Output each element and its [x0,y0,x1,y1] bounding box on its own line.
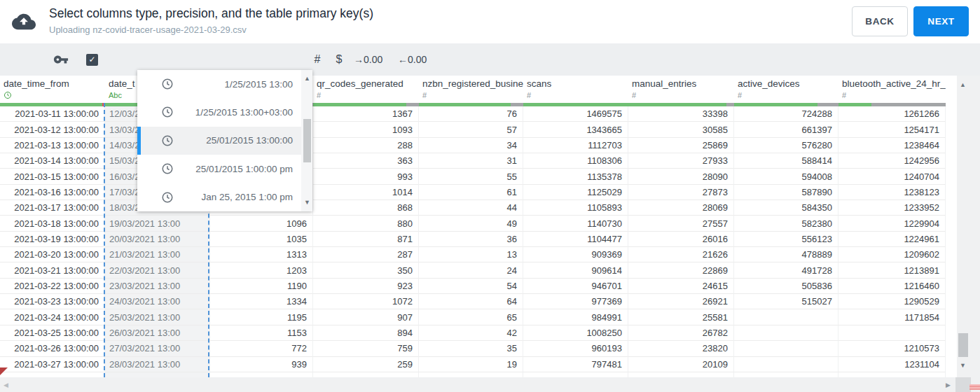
scroll-down-arrow[interactable]: ▼ [960,362,966,369]
dropdown-scroll-up-arrow[interactable]: ▲ [304,75,310,82]
clock-icon [161,134,174,147]
horizontal-scrollbar[interactable]: ◀ ▶ [0,377,980,392]
next-button[interactable]: NEXT [913,6,969,36]
column-name: active_devices [738,78,838,89]
table-cell: 515027 [734,294,838,309]
table-cell: 1195 [210,309,313,325]
dropdown-scroll-down-arrow[interactable]: ▼ [304,199,310,206]
table-cell [734,372,838,377]
table-cell: 1216460 [838,279,946,294]
table-cell: 661397 [734,122,838,137]
dropdown-scrollbar[interactable]: ▲ ▼ [301,70,312,211]
decrease-decimal-button[interactable]: ←0.00 [398,43,427,76]
table-cell: 23820 [628,341,734,356]
column-header-qr_codes_generated[interactable]: qr_codes_generated# [313,76,419,103]
table-cell: 582380 [734,216,838,231]
table-cell: 939 [210,357,313,372]
table-row: 2021-03-21 13:00:0022/03/2021 13:0012033… [0,262,953,278]
vertical-scroll-thumb[interactable] [958,333,968,357]
clock-icon [4,91,105,100]
table-cell: 1153 [210,326,313,341]
date-format-option[interactable]: 25/01/2015 1:00:00 pm [137,155,301,183]
table-cell: 1343665 [523,122,628,137]
table-cell: 1112703 [523,138,628,153]
upload-wizard: Select columns type, precision, and the … [0,0,980,392]
table-cell: 30585 [628,122,734,137]
table-cell: 1238464 [838,138,946,153]
boolean-type-checkbox[interactable]: ✓ [86,54,98,66]
scroll-left-arrow[interactable]: ◀ [4,382,8,388]
scroll-right-arrow[interactable]: ▶ [946,382,951,388]
table-row: 2021-03-20 13:00:0021/03/2021 13:0013132… [0,247,953,262]
table-cell: 594008 [734,169,838,184]
table-cell: 1290529 [838,294,946,309]
table-cell: 259 [313,357,419,372]
table-cell [838,326,946,341]
table-cell: 2021-03-14 13:00:00 [0,153,105,169]
table-cell: 1008250 [523,326,628,341]
table-cell [734,341,838,356]
table-cell: 1238123 [838,185,946,200]
column-name: bluetooth_active_24_hr_ [842,78,946,89]
table-cell: 2021-03-11 13:00:00 [0,106,105,122]
table-cell: 1242956 [838,153,946,169]
back-button[interactable]: BACK [852,6,908,36]
table-row: 2021-03-19 13:00:0020/03/2021 13:0010358… [0,232,953,247]
column-header-manual_entries[interactable]: manual_entries# [628,76,734,103]
date-format-option[interactable]: 1/25/2015 13:00+03:00 [137,98,301,126]
date-format-option[interactable]: 25/01/2015 13:00:00 [137,127,301,155]
table-cell: 894 [313,326,419,341]
table-cell: 26921 [628,294,734,309]
table-cell: 1334 [210,294,313,309]
scroll-up-arrow[interactable]: ▲ [960,81,966,88]
clock-icon [161,106,174,118]
table-cell: 55 [419,169,523,184]
table-cell: 2021-03-22 13:00:00 [0,279,105,294]
table-cell: 2021-03-25 13:00:00 [0,326,105,341]
table-cell: 25869 [628,138,734,153]
table-cell: 923 [313,279,419,294]
table-cell: 1105893 [523,200,628,216]
table-cell: 1072 [313,294,419,309]
table-cell [105,372,210,377]
column-header-nzbn_registered_busine[interactable]: nzbn_registered_busine# [419,76,523,103]
table-cell [734,357,838,372]
page-title: Select columns type, precision, and the … [49,6,373,21]
table-cell: 907 [313,309,419,325]
table-cell: 350 [313,262,419,278]
table-cell: 28/03/2021 13:00 [105,357,210,372]
table-cell: 2021-03-13 13:00:00 [0,138,105,153]
table-row: 2021-03-23 13:00:0024/03/2021 13:0013341… [0,294,953,309]
table-cell [0,372,105,377]
vertical-scrollbar[interactable]: ▲ ▼ [957,76,980,377]
table-cell: 2021-03-26 13:00:00 [0,341,105,356]
table-cell: 24 [419,262,523,278]
primary-key-icon[interactable] [50,43,71,76]
clock-icon [161,78,174,90]
column-header-scans[interactable]: scans# [523,76,628,103]
table-cell: 1367 [313,106,419,122]
date-format-option[interactable]: 1/25/2015 13:00 [137,70,301,98]
date-format-option[interactable]: Jan 25, 2015 1:00 pm [137,183,301,211]
table-cell: 28069 [628,200,734,216]
table-cell: 23/03/2021 13:00 [105,279,210,294]
column-header-active_devices[interactable]: active_devices# [734,76,838,103]
table-cell: 2021-03-12 13:00:00 [0,122,105,137]
table-cell: 871 [313,232,419,247]
table-cell: 772 [210,341,313,356]
horizontal-scroll-thumb[interactable] [969,384,980,390]
increase-decimal-button[interactable]: →0.00 [354,43,382,76]
column-header-bluetooth_active_24_hr_[interactable]: bluetooth_active_24_hr_# [838,76,946,103]
table-cell: 2021-03-24 13:00:00 [0,309,105,325]
table-cell: 2021-03-19 13:00:00 [0,232,105,247]
dropdown-scroll-thumb[interactable] [303,119,311,162]
table-cell: 1190 [210,279,313,294]
column-header-date_time_from[interactable]: date_time_from [0,76,105,103]
column-name: nzbn_registered_busine [422,78,523,89]
table-cell: 20/03/2021 13:00 [105,232,210,247]
table-cell: 909614 [523,262,628,278]
currency-type-icon[interactable]: $ [331,43,347,76]
table-cell: 2021-03-20 13:00:00 [0,247,105,262]
table-cell: 1203 [210,262,313,278]
table-cell: 64 [419,294,523,309]
